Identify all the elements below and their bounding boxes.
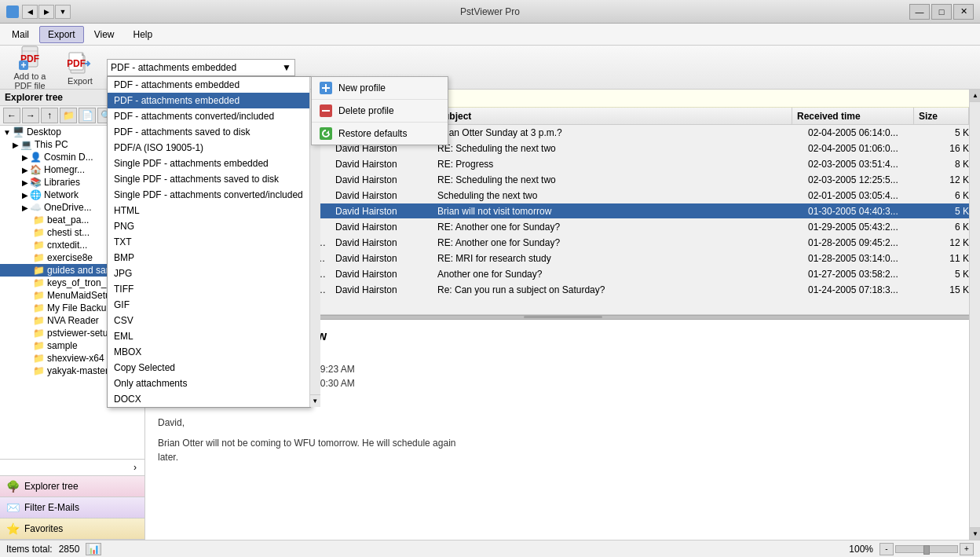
email-to-6: David Hairston — [331, 204, 433, 218]
email-to-11: David Hairston — [331, 283, 433, 297]
zoom-slider[interactable] — [895, 545, 958, 553]
col-header-size[interactable]: Size — [914, 108, 969, 124]
svg-text:PDF: PDF — [68, 58, 86, 69]
dropdown-item-png[interactable]: PNG — [108, 218, 309, 234]
forward-button[interactable]: ▶ — [38, 5, 54, 19]
minimize-button[interactable]: — — [909, 4, 930, 20]
email-subject-3: RE: Progress — [433, 157, 803, 171]
dropdown-item-single-pdf-converted[interactable]: Single PDF - attachments converted/inclu… — [108, 187, 309, 203]
dropdown-item-txt[interactable]: TXT — [108, 234, 309, 250]
export-format-selected[interactable]: PDF - attachments embedded ▼ — [107, 59, 295, 76]
email-to-5: David Hairston — [331, 189, 433, 203]
tree-icon-beat-pa: 📁 — [33, 214, 45, 225]
status-icon-btn[interactable]: 📊 — [86, 543, 101, 555]
tree-icon-menumailsetup: 📁 — [33, 290, 45, 301]
svg-text:+: + — [20, 60, 26, 70]
tree-icon-thispc: 💻 — [20, 139, 32, 150]
new-profile-item[interactable]: New profile — [312, 77, 448, 100]
tree-icon-onedrive: ☁️ — [30, 202, 42, 213]
sidebar-up-btn[interactable]: ↑ — [41, 108, 58, 123]
export-format-dropdown-list: PDF - attachments embedded PDF - attachm… — [107, 76, 311, 408]
col-header-subject[interactable]: Subject — [433, 108, 792, 124]
maximize-button[interactable]: □ — [931, 4, 952, 20]
pane-divider-handle — [524, 316, 602, 318]
sidebar-footer-explorer-tree[interactable]: 🌳 Explorer tree — [0, 476, 144, 497]
dropdown-item-pdf-converted[interactable]: PDF - attachments converted/included — [108, 108, 309, 124]
tree-expand-network: ▶ — [22, 191, 28, 200]
add-to-pdf-button[interactable]: PDF + Add to aPDF file — [6, 41, 53, 94]
sidebar-forward-btn[interactable]: → — [22, 108, 39, 123]
menu-view[interactable]: View — [86, 26, 123, 43]
scroll-down-btn[interactable]: ▼ — [309, 394, 320, 407]
tree-icon-desktop: 🖥️ — [13, 126, 24, 137]
close-button[interactable]: ✕ — [953, 4, 974, 20]
restore-defaults-item[interactable]: Restore defaults — [312, 123, 448, 145]
dropdown-item-copy-selected[interactable]: Copy Selected — [108, 360, 309, 376]
status-zoom-level: 100% — [849, 544, 873, 555]
dropdown-item-bmp[interactable]: BMP — [108, 250, 309, 266]
scrollbar-up-btn[interactable]: ▲ — [970, 90, 980, 102]
scrollbar-track — [970, 102, 980, 527]
zoom-in-btn[interactable]: + — [960, 543, 974, 555]
dropdown-item-single-pdf-embedded[interactable]: Single PDF - attachments embedded — [108, 156, 309, 171]
toolbar: PDF + Add to aPDF file PDF Export P — [0, 46, 980, 90]
status-items-count: 2850 — [59, 544, 80, 555]
tree-label-homegr: Homegr... — [44, 164, 85, 175]
tree-label-onedrive: OneDrive... — [44, 202, 92, 213]
back-button[interactable]: ◀ — [22, 5, 38, 19]
scrollbar-down-btn[interactable]: ▼ — [970, 527, 980, 540]
col-received-label: Received time — [797, 111, 861, 122]
sidebar-back-btn[interactable]: ← — [3, 108, 20, 123]
tree-label-exercise8e: exercise8e — [47, 252, 93, 263]
dropdown-item-pdf-embedded-2[interactable]: PDF - attachments embedded — [108, 93, 309, 108]
tree-label-pstviewer-setup: pstviewer-setup — [47, 328, 113, 339]
tree-label-nvareader: NVA Reader — [47, 315, 99, 326]
dropdown-item-mbox[interactable]: MBOX — [108, 344, 309, 360]
export-format-selected-text: PDF - attachments embedded — [111, 62, 236, 73]
tree-icon-keys: 📁 — [33, 277, 45, 288]
dropdown-item-eml[interactable]: EML — [108, 328, 309, 344]
dropdown-item-csv[interactable]: CSV — [108, 313, 309, 328]
dropdown-item-only-attachments[interactable]: Only attachments — [108, 376, 309, 391]
sidebar-footer-favorites[interactable]: ⭐ Favorites — [0, 519, 144, 540]
svg-rect-9 — [322, 110, 330, 112]
dropdown-item-docx[interactable]: DOCX — [108, 391, 309, 407]
favorites-label: Favorites — [24, 523, 63, 534]
dropdown-item-pdfa[interactable]: PDF/A (ISO 19005-1) — [108, 140, 309, 156]
zoom-out-btn[interactable]: - — [879, 543, 894, 555]
email-received-11: 01-24-2005 07:18:3... — [803, 283, 925, 297]
export-icon: PDF — [68, 49, 93, 75]
delete-profile-item[interactable]: Delete profile — [312, 100, 448, 123]
sidebar-expand-btn[interactable]: › — [129, 461, 141, 474]
export-button[interactable]: PDF Export — [57, 46, 104, 90]
dropdown-item-gif[interactable]: GIF — [108, 297, 309, 313]
email-received-2: 02-04-2005 01:06:0... — [803, 141, 925, 156]
dropdown-button[interactable]: ▼ — [55, 5, 71, 19]
email-received-9: 01-28-2005 03:14:0... — [803, 251, 925, 266]
tree-label-desktop: Desktop — [27, 126, 61, 137]
title-bar-left: ◀ ▶ ▼ — [6, 5, 71, 19]
dropdown-item-single-pdf-saved[interactable]: Single PDF - attachments saved to disk — [108, 171, 309, 187]
email-subject-1: Brian Otter Sunday at 3 p.m.? — [433, 126, 803, 140]
zoom-slider-thumb[interactable] — [923, 545, 930, 555]
tree-icon-myfilebackup: 📁 — [33, 302, 45, 313]
app-icon — [6, 5, 19, 18]
dropdown-item-pdf-saved[interactable]: PDF - attachments saved to disk — [108, 124, 309, 140]
col-header-received[interactable]: Received time — [792, 108, 914, 124]
restore-defaults-label: Restore defaults — [338, 128, 407, 139]
email-received-7: 01-29-2005 05:43:2... — [803, 220, 925, 234]
sidebar-new-folder-btn[interactable]: 📁 — [60, 108, 77, 123]
preview-body-line3: Brian Otter will not be coming to WFU to… — [158, 436, 967, 450]
dropdown-item-tiff[interactable]: TIFF — [108, 281, 309, 297]
sidebar-footer-filter-emails[interactable]: ✉️ Filter E-Mails — [0, 497, 144, 519]
tree-expand-libraries: ▶ — [22, 178, 28, 187]
menu-help[interactable]: Help — [125, 26, 162, 43]
dropdown-item-pdf-embedded[interactable]: PDF - attachments embedded — [108, 77, 309, 93]
tree-icon-chesti: 📁 — [33, 227, 45, 238]
dropdown-item-jpg[interactable]: JPG — [108, 266, 309, 281]
dropdown-item-html[interactable]: HTML — [108, 203, 309, 218]
email-received-6: 01-30-2005 04:40:3... — [803, 204, 925, 218]
email-to-3: David Hairston — [331, 157, 433, 171]
sidebar-new-file-btn[interactable]: 📄 — [79, 108, 96, 123]
tree-expand-onedrive: ▶ — [22, 203, 28, 212]
